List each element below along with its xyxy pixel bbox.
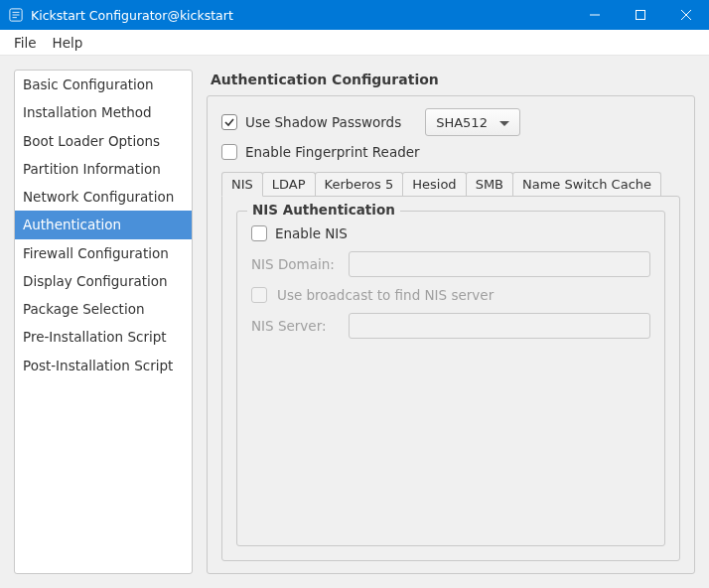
nis-server-label: NIS Server: [251,318,339,334]
shadow-passwords-label: Use Shadow Passwords [245,114,401,130]
app-icon [8,7,24,23]
sidebar-item-display-configuration[interactable]: Display Configuration [15,267,192,295]
nis-broadcast-row: Use broadcast to find NIS server [251,287,650,303]
hash-algo-combo[interactable]: SHA512 [425,108,520,136]
sidebar-item-firewall-configuration[interactable]: Firewall Configuration [15,239,192,267]
tab-name-switch-cache[interactable]: Name Switch Cache [512,172,661,196]
enable-nis-label: Enable NIS [275,225,348,241]
enable-nis-row: Enable NIS [251,225,650,241]
tab-body: NIS Authentication Enable NIS NIS Domain… [221,196,680,561]
enable-nis-checkbox[interactable] [251,225,267,241]
sidebar-item-installation-method[interactable]: Installation Method [15,98,192,126]
menubar: File Help [0,30,709,56]
window-title: Kickstart Configurator@kickstart [31,8,572,23]
menu-help[interactable]: Help [45,32,91,54]
tab-ldap[interactable]: LDAP [262,172,316,196]
sidebar-item-authentication[interactable]: Authentication [15,211,192,238]
auth-tabs: NIS LDAP Kerberos 5 Hesiod SMB Name Swit… [221,172,680,561]
tab-kerberos5[interactable]: Kerberos 5 [315,172,404,196]
fingerprint-row: Enable Fingerprint Reader [221,144,680,160]
sidebar-item-post-installation-script[interactable]: Post-Installation Script [15,352,192,379]
content-panel: Use Shadow Passwords SHA512 Enable Finge… [207,95,695,574]
fingerprint-label: Enable Fingerprint Reader [245,144,420,160]
svg-rect-1 [637,11,645,20]
tabstrip: NIS LDAP Kerberos 5 Hesiod SMB Name Swit… [221,172,680,196]
sidebar-item-partition-information[interactable]: Partition Information [15,155,192,183]
main-panel: Authentication Configuration Use Shadow … [207,70,695,574]
nis-server-row: NIS Server: [251,313,650,339]
nis-domain-input[interactable] [349,251,650,277]
nis-broadcast-checkbox[interactable] [251,287,267,303]
menu-file[interactable]: File [6,32,45,54]
hash-algo-selected: SHA512 [436,115,488,130]
sidebar-item-pre-installation-script[interactable]: Pre-Installation Script [15,323,192,351]
sidebar-item-boot-loader-options[interactable]: Boot Loader Options [15,127,192,155]
sidebar: Basic Configuration Installation Method … [14,70,193,574]
fingerprint-checkbox[interactable] [221,144,237,160]
tab-nis[interactable]: NIS [221,172,263,197]
tab-smb[interactable]: SMB [466,172,513,196]
nis-fieldset: NIS Authentication Enable NIS NIS Domain… [236,211,665,546]
shadow-passwords-row: Use Shadow Passwords SHA512 [221,108,680,136]
nis-domain-label: NIS Domain: [251,256,339,272]
maximize-button[interactable] [618,0,663,30]
close-button[interactable] [663,0,709,30]
shadow-passwords-checkbox[interactable] [221,114,237,130]
nis-server-input[interactable] [349,313,650,339]
nis-domain-row: NIS Domain: [251,251,650,277]
tab-hesiod[interactable]: Hesiod [402,172,466,196]
page-title: Authentication Configuration [207,70,695,95]
titlebar: Kickstart Configurator@kickstart [0,0,709,30]
sidebar-item-basic-configuration[interactable]: Basic Configuration [15,71,192,98]
minimize-button[interactable] [572,0,618,30]
sidebar-item-network-configuration[interactable]: Network Configuration [15,183,192,211]
sidebar-item-package-selection[interactable]: Package Selection [15,295,192,323]
nis-broadcast-label: Use broadcast to find NIS server [277,287,494,303]
chevron-down-icon [499,115,509,130]
nis-legend: NIS Authentication [247,202,400,218]
workarea: Basic Configuration Installation Method … [0,56,709,588]
